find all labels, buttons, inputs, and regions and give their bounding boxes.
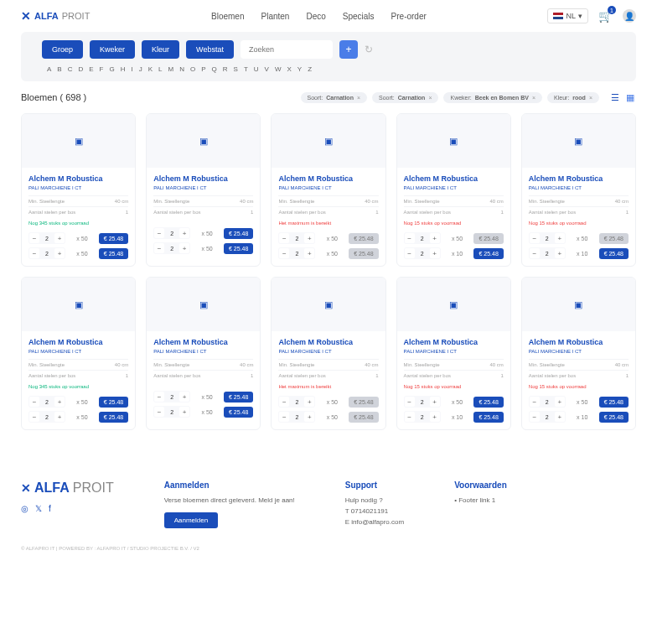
plus-button[interactable]: + [430,248,440,258]
alpha-H[interactable]: H [121,65,126,73]
plus-button[interactable]: + [555,397,565,407]
price-button[interactable]: € 25.48 [99,248,128,259]
grid-view-icon[interactable]: ▦ [624,91,636,103]
plus-button[interactable]: + [54,397,65,407]
product-title[interactable]: Alchem M Robustica [28,338,128,346]
product-title[interactable]: Alchem M Robustica [278,338,378,346]
plus-button[interactable]: + [304,248,314,258]
plus-button[interactable]: + [54,233,65,243]
plus-button[interactable]: + [304,233,314,243]
alpha-N[interactable]: N [179,65,184,73]
product-title[interactable]: Alchem M Robustica [404,174,504,183]
product-title[interactable]: Alchem M Robustica [28,174,128,183]
nav-specials[interactable]: Specials [343,12,375,21]
price-button[interactable]: € 25.48 [99,397,128,408]
alpha-P[interactable]: P [201,65,205,73]
minus-button[interactable]: − [29,248,39,258]
alpha-Z[interactable]: Z [308,65,312,73]
product-image[interactable]: ▣ [397,278,510,331]
price-button[interactable]: € 25.48 [224,407,253,418]
list-view-icon[interactable]: ☰ [609,91,621,103]
product-image[interactable]: ▣ [147,114,260,168]
alpha-Q[interactable]: Q [212,65,217,73]
nav-deco[interactable]: Deco [306,12,325,21]
price-button[interactable]: € 25.48 [473,397,503,408]
product-title[interactable]: Alchem M Robustica [153,174,253,183]
alpha-X[interactable]: X [287,65,292,73]
alpha-C[interactable]: C [68,65,73,73]
close-icon[interactable]: × [589,95,592,101]
alpha-W[interactable]: W [275,65,282,73]
product-image[interactable]: ▣ [272,114,385,168]
minus-button[interactable]: − [29,412,39,422]
minus-button[interactable]: − [29,397,39,407]
minus-button[interactable]: − [29,233,39,243]
alpha-I[interactable]: I [132,65,133,73]
minus-button[interactable]: − [279,233,289,243]
filter-kweker[interactable]: Kweker [90,40,135,59]
search-button[interactable]: + [339,40,358,59]
product-image[interactable]: ▣ [272,278,385,331]
minus-button[interactable]: − [530,397,540,407]
minus-button[interactable]: − [279,412,289,422]
plus-button[interactable]: + [179,392,189,402]
alpha-V[interactable]: V [265,65,269,73]
logo[interactable]: ✕ALFAPROIT [21,9,90,23]
filter-kleur[interactable]: Kleur [142,40,179,59]
nav-bloemen[interactable]: Bloemen [211,12,244,21]
alpha-J[interactable]: J [139,65,142,73]
plus-button[interactable]: + [430,412,440,422]
alpha-Y[interactable]: Y [297,65,302,73]
minus-button[interactable]: − [530,412,540,422]
plus-button[interactable]: + [555,248,565,258]
language-selector[interactable]: NL▾ [547,8,588,23]
alpha-E[interactable]: E [89,65,93,73]
close-icon[interactable]: × [357,95,360,101]
signup-button[interactable]: Aanmelden [164,512,218,528]
product-image[interactable]: ▣ [22,278,135,331]
alpha-D[interactable]: D [78,65,83,73]
product-title[interactable]: Alchem M Robustica [529,174,629,183]
facebook-icon[interactable]: f [49,504,51,513]
price-button[interactable]: € 25.48 [599,412,629,423]
alpha-A[interactable]: A [47,65,51,73]
minus-button[interactable]: − [154,407,164,417]
alpha-G[interactable]: G [109,65,114,73]
plus-button[interactable]: + [555,412,565,422]
alpha-F[interactable]: F [100,65,104,73]
plus-button[interactable]: + [304,397,314,407]
minus-button[interactable]: − [405,248,415,258]
plus-button[interactable]: + [179,228,189,238]
minus-button[interactable]: − [405,412,415,422]
close-icon[interactable]: × [428,95,432,101]
twitter-icon[interactable]: 𝕏 [35,504,42,513]
price-button[interactable]: € 25.48 [224,228,253,239]
product-image[interactable]: ▣ [522,278,635,331]
product-title[interactable]: Alchem M Robustica [153,338,253,346]
price-button[interactable]: € 25.48 [599,248,629,259]
close-icon[interactable]: × [532,95,535,101]
product-image[interactable]: ▣ [22,114,135,168]
minus-button[interactable]: − [154,228,164,238]
plus-button[interactable]: + [304,412,314,422]
product-title[interactable]: Alchem M Robustica [278,174,378,183]
alpha-B[interactable]: B [57,65,61,73]
minus-button[interactable]: − [405,397,415,407]
product-title[interactable]: Alchem M Robustica [529,338,629,346]
history-icon[interactable]: ↻ [365,44,373,55]
alpha-S[interactable]: S [234,65,238,73]
minus-button[interactable]: − [154,392,164,402]
product-title[interactable]: Alchem M Robustica [404,338,504,346]
minus-button[interactable]: − [530,248,540,258]
filter-groep[interactable]: Groep [42,40,83,59]
product-image[interactable]: ▣ [147,278,260,331]
plus-button[interactable]: + [54,412,65,422]
nav-pre-order[interactable]: Pre-order [391,12,427,21]
cart-button[interactable]: 🛒1 [598,9,613,23]
plus-button[interactable]: + [179,407,189,417]
plus-button[interactable]: + [555,233,565,243]
instagram-icon[interactable]: ◎ [21,504,28,513]
minus-button[interactable]: − [405,233,415,243]
alpha-T[interactable]: T [244,65,248,73]
price-button[interactable]: € 25.48 [99,412,128,423]
